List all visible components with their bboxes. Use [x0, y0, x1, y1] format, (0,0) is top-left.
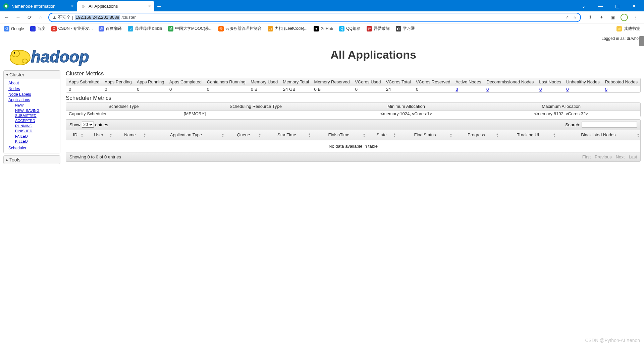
menu-dots-icon[interactable]: ⋮ [632, 14, 639, 21]
bookmark-favicon: 云 [218, 26, 224, 31]
downloads-icon[interactable]: ⬇ [586, 14, 594, 21]
bookmark-item[interactable]: 🐾百度 [30, 26, 45, 31]
bookmark-label: Google [11, 26, 24, 31]
bookmark-label: 中国大学MOOC(慕... [175, 26, 212, 31]
share-icon[interactable]: ↗ [565, 15, 569, 20]
bookmark-favicon: C [51, 26, 57, 31]
browser-nav-bar: ← → ⟳ ⌂ ▲ 不安全 | 192.168.242.201:8088 /cl… [0, 11, 644, 23]
new-tab-button[interactable]: + [154, 2, 164, 11]
other-bookmarks[interactable]: 📁 其他书签 [616, 26, 640, 31]
minimize-icon[interactable]: — [595, 3, 606, 9]
insecure-warning: ▲ 不安全 | [52, 14, 73, 20]
url-bar[interactable]: ▲ 不安全 | 192.168.242.201:8088 /cluster ↗ … [48, 13, 581, 22]
bookmark-label: 百度 [37, 26, 45, 31]
bookmark-favicon: G [4, 26, 9, 31]
toolbar-icons: ⬇ ✦ ▣ ⋮ [584, 14, 641, 21]
extensions-icon[interactable]: ✦ [598, 14, 605, 21]
folder-icon: 📁 [616, 26, 622, 31]
bookmark-label: 哔哩哔哩 bilibili [135, 26, 162, 31]
url-host: 192.168.242.201:8088 [75, 15, 119, 20]
bookmark-favicon: 🐾 [30, 26, 36, 31]
bookmark-item[interactable]: ●GitHub [314, 26, 333, 31]
bookmark-favicon: Q [339, 26, 344, 31]
bookmark-favicon: 吾 [367, 26, 372, 31]
url-actions: ↗ ☆ [565, 15, 577, 20]
star-icon[interactable]: ☆ [573, 15, 577, 20]
bookmark-label: QQ邮箱 [346, 26, 361, 31]
tab-favicon: ◎ [80, 3, 86, 9]
panel-icon[interactable]: ▣ [609, 14, 616, 21]
bookmark-item[interactable]: ◐学习通 [396, 26, 415, 31]
bookmark-favicon: ● [314, 26, 319, 31]
bookmark-label: CSDN - 专业开发... [58, 26, 93, 31]
close-tab-icon[interactable]: × [148, 3, 151, 9]
browser-tab-inactive[interactable]: ⬢ Namenode information × [0, 1, 77, 11]
bookmark-favicon: 力 [268, 26, 273, 31]
home-icon[interactable]: ⌂ [37, 13, 45, 21]
reload-icon[interactable]: ⟳ [25, 13, 34, 21]
bookmark-favicon: b [128, 26, 133, 31]
bookmark-label: GitHub [321, 26, 333, 31]
browser-tab-strip: ⬢ Namenode information × ◎ All Applicati… [0, 0, 644, 11]
bookmark-item[interactable]: 云云服务器管理控制台 [218, 26, 262, 31]
bookmark-label: 力扣 (LeetCode)... [275, 26, 307, 31]
bookmark-label: 学习通 [403, 26, 415, 31]
bookmark-label: 百度翻译 [106, 26, 122, 31]
other-bookmarks-label: 其他书签 [624, 26, 640, 31]
bookmark-item[interactable]: 译百度翻译 [99, 26, 122, 31]
browser-tab-active[interactable]: ◎ All Applications × [77, 1, 154, 11]
bookmark-label: 云服务器管理控制台 [225, 26, 262, 31]
tab-title: All Applications [89, 4, 118, 9]
bookmark-item[interactable]: QQQ邮箱 [339, 26, 361, 31]
bookmark-item[interactable]: M中国大学MOOC(慕... [168, 26, 212, 31]
bookmark-favicon: 译 [99, 26, 104, 31]
maximize-icon[interactable]: ▢ [612, 3, 623, 9]
bookmark-favicon: ◐ [396, 26, 401, 31]
tab-title: Namenode information [11, 4, 56, 9]
close-tab-icon[interactable]: × [71, 3, 74, 9]
window-controls: ⌄ — ▢ ✕ [574, 3, 644, 11]
profile-avatar[interactable] [621, 14, 628, 21]
tab-favicon: ⬢ [3, 3, 9, 9]
back-icon[interactable]: ← [3, 13, 11, 21]
bookmark-item[interactable]: 力力扣 (LeetCode)... [268, 26, 307, 31]
forward-icon[interactable]: → [14, 13, 22, 21]
chevron-down-icon[interactable]: ⌄ [578, 3, 589, 9]
bookmark-item[interactable]: b哔哩哔哩 bilibili [128, 26, 162, 31]
url-path: /cluster [122, 15, 136, 20]
bookmark-favicon: M [168, 26, 173, 31]
close-window-icon[interactable]: ✕ [629, 3, 639, 9]
bookmark-bar: GGoogle🐾百度CCSDN - 专业开发...译百度翻译b哔哩哔哩 bili… [0, 23, 644, 34]
bookmark-item[interactable]: CCSDN - 专业开发... [51, 26, 93, 31]
bookmark-item[interactable]: GGoogle [4, 26, 24, 31]
bookmark-item[interactable]: 吾吾爱破解 [367, 26, 390, 31]
bookmark-label: 吾爱破解 [374, 26, 390, 31]
